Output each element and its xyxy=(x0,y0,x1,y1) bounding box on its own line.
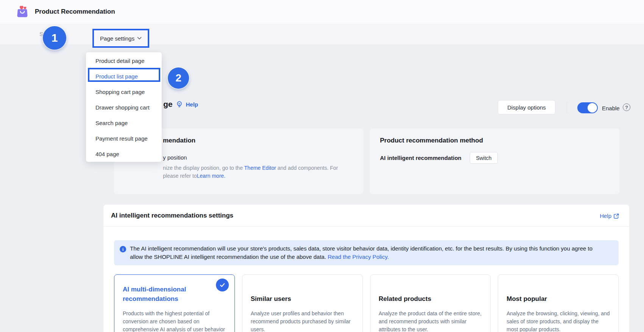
position-card-title: mendation xyxy=(163,137,195,144)
method-row: AI intelligent recommendation Switch xyxy=(380,152,498,164)
menu-item-search-page[interactable]: Search page xyxy=(86,115,162,131)
option-card-most-popular[interactable]: Most popular Analyze the browsing, click… xyxy=(498,274,619,332)
ai-data-usage-banner: i The AI intelligent recommendation will… xyxy=(114,240,619,265)
position-card-body: nize the display position, go to the The… xyxy=(163,164,352,180)
question-circle-icon[interactable]: ? xyxy=(623,103,630,111)
menu-item-shopping-cart-page[interactable]: Shopping cart page xyxy=(86,84,162,100)
info-circle-icon: i xyxy=(120,246,126,252)
option-description: Analyze the product data of the entire s… xyxy=(379,310,482,332)
position-card-subtitle: y position xyxy=(163,154,187,161)
option-description: Analyze the browsing, clicking, viewing,… xyxy=(506,310,610,332)
position-body-line1-pre: nize the display position, go to the xyxy=(163,165,244,171)
toggle-knob xyxy=(588,103,597,113)
theme-editor-link[interactable]: Theme Editor xyxy=(244,165,276,171)
page-title: ge xyxy=(163,100,173,109)
menu-item-product-detail-page[interactable]: Product detail page xyxy=(86,53,162,69)
recommendation-method-card: Product recommendation method AI intelli… xyxy=(370,128,619,194)
menu-item-payment-result-page[interactable]: Payment result page xyxy=(86,131,162,146)
external-link-icon xyxy=(613,213,619,219)
enable-toggle[interactable] xyxy=(577,102,598,113)
enable-label: Enable xyxy=(602,105,620,111)
option-title: Similar users xyxy=(251,294,354,304)
menu-item-404-page[interactable]: 404 page xyxy=(86,146,162,162)
learn-more-link[interactable]: Learn more. xyxy=(197,173,225,179)
ai-settings-panel: AI intelligent recommendations settings … xyxy=(103,205,629,332)
display-options-button[interactable]: Display options xyxy=(498,100,555,114)
position-body-line1-post: and add components. For xyxy=(276,165,338,171)
page-settings-label: Page settings xyxy=(100,35,134,42)
option-title: Related products xyxy=(379,294,482,304)
app-title: Product Recommendation xyxy=(35,8,115,16)
option-description: Analyze user profiles and behavior then … xyxy=(251,310,354,332)
chevron-down-icon xyxy=(137,37,142,40)
method-label: AI intelligent recommendation xyxy=(380,155,461,161)
privacy-policy-link[interactable]: Read the Privacy Policy. xyxy=(328,254,389,260)
app-header: Product Recommendation xyxy=(0,0,644,23)
annotation-step-2: 2 xyxy=(168,67,189,89)
option-card-related-products[interactable]: Related products Analyze the product dat… xyxy=(370,274,491,332)
annotation-step-1: 1 xyxy=(43,26,66,50)
annotation-highlight-box xyxy=(88,68,160,82)
position-body-line2-pre: please refer to xyxy=(163,173,197,179)
shopping-bag-hearts-icon xyxy=(15,5,30,19)
panel-title: AI intelligent recommendations settings xyxy=(111,212,233,219)
panel-divider xyxy=(103,226,629,227)
product-recommendation-app: Product Recommendation Su Page settings … xyxy=(0,0,644,332)
page-title-row: ge Help xyxy=(163,100,198,109)
method-card-title: Product recommendation method xyxy=(380,137,483,144)
option-card-similar-users[interactable]: Similar users Analyze user profiles and … xyxy=(242,274,363,332)
option-description: Products with the highest potential of c… xyxy=(123,310,226,332)
switch-button[interactable]: Switch xyxy=(470,152,498,164)
option-card-ai-multi-dimensional[interactable]: AI multi-dimensional recommendations Pro… xyxy=(114,274,235,332)
panel-help-label: Help xyxy=(600,213,611,219)
panel-help-link[interactable]: Help xyxy=(600,213,619,219)
recommendation-options-row: AI multi-dimensional recommendations Pro… xyxy=(114,274,619,332)
lightbulb-icon xyxy=(176,101,183,108)
option-title: Most popular xyxy=(506,294,610,304)
checkmark-icon xyxy=(215,277,230,293)
page-settings-dropdown-trigger[interactable]: Page settings xyxy=(92,29,149,48)
page-help-link[interactable]: Help xyxy=(186,101,199,108)
option-title: AI multi-dimensional recommendations xyxy=(123,285,200,304)
header-divider xyxy=(567,102,567,113)
menu-item-drawer-shopping-cart[interactable]: Drawer shopping cart xyxy=(86,100,162,115)
